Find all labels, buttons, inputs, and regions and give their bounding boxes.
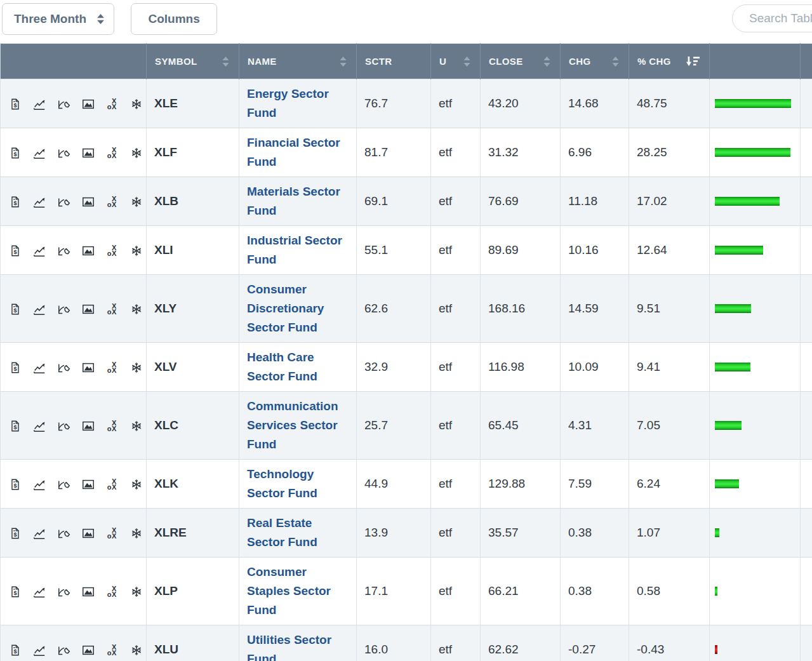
seasonality-chart-icon[interactable] xyxy=(130,302,143,316)
symbol-summary-icon[interactable]: $ xyxy=(8,361,22,375)
column-header-close[interactable]: CLOSE xyxy=(481,44,561,79)
interactive-chart-icon[interactable] xyxy=(57,419,71,433)
seasonality-chart-icon[interactable] xyxy=(130,643,143,657)
svg-text:$: $ xyxy=(13,102,17,109)
sort-toggle-icon[interactable] xyxy=(543,56,551,67)
point-figure-chart-icon[interactable]: X o X xyxy=(105,302,119,316)
seasonality-chart-icon[interactable] xyxy=(130,97,143,111)
search-input[interactable] xyxy=(732,4,812,32)
sharpchart-icon[interactable] xyxy=(32,526,46,540)
point-figure-chart-icon[interactable]: X o X xyxy=(105,419,119,433)
gallery-view-icon[interactable] xyxy=(81,244,95,258)
fund-name-link[interactable]: Energy Sector Fund xyxy=(247,87,329,119)
point-figure-chart-icon[interactable]: X o X xyxy=(105,526,119,540)
pct-chg-bar xyxy=(715,99,791,108)
pct-chg-bar-cell xyxy=(710,275,801,343)
fund-name-link[interactable]: Financial Sector Fund xyxy=(247,136,340,168)
symbol-summary-icon[interactable]: $ xyxy=(8,643,22,657)
fund-name-link[interactable]: Industrial Sector Fund xyxy=(247,234,342,266)
gallery-view-icon[interactable] xyxy=(81,643,95,657)
sort-desc-icon[interactable] xyxy=(686,56,700,67)
fund-name-link[interactable]: Consumer Staples Sector Fund xyxy=(247,565,331,617)
symbol-summary-icon[interactable]: $ xyxy=(8,195,22,209)
fund-name-link[interactable]: Materials Sector Fund xyxy=(247,185,340,217)
symbol-summary-icon[interactable]: $ xyxy=(8,146,22,160)
gallery-view-icon[interactable] xyxy=(81,526,95,540)
point-figure-chart-icon[interactable]: X o X xyxy=(105,585,119,599)
fund-name-link[interactable]: Real Estate Sector Fund xyxy=(247,516,317,549)
sort-toggle-icon[interactable] xyxy=(222,56,230,67)
gallery-view-icon[interactable] xyxy=(81,97,95,111)
seasonality-chart-icon[interactable] xyxy=(130,361,143,375)
sort-toggle-icon[interactable] xyxy=(339,56,347,67)
seasonality-chart-icon[interactable] xyxy=(130,244,143,258)
gallery-view-icon[interactable] xyxy=(81,195,95,209)
seasonality-chart-icon[interactable] xyxy=(130,477,143,491)
sharpchart-icon[interactable] xyxy=(32,477,46,491)
symbol-summary-icon[interactable]: $ xyxy=(8,302,22,316)
column-header-name[interactable]: NAME xyxy=(239,44,357,79)
interactive-chart-icon[interactable] xyxy=(57,643,71,657)
symbol-summary-icon[interactable]: $ xyxy=(8,585,22,599)
sharpchart-icon[interactable] xyxy=(32,97,46,111)
fund-name-link[interactable]: Technology Sector Fund xyxy=(247,467,317,500)
interactive-chart-icon[interactable] xyxy=(57,244,71,258)
sharpchart-icon[interactable] xyxy=(32,195,46,209)
symbol-summary-icon[interactable]: $ xyxy=(8,526,22,540)
u-cell: etf xyxy=(431,392,481,460)
point-figure-chart-icon[interactable]: X o X xyxy=(105,361,119,375)
point-figure-chart-icon[interactable]: X o X xyxy=(105,195,119,209)
fund-name-link[interactable]: Consumer Discretionary Sector Fund xyxy=(247,283,324,334)
symbol-summary-icon[interactable]: $ xyxy=(8,97,22,111)
sharpchart-icon[interactable] xyxy=(32,643,46,657)
seasonality-chart-icon[interactable] xyxy=(130,195,143,209)
point-figure-chart-icon[interactable]: X o X xyxy=(105,643,119,657)
seasonality-chart-icon[interactable] xyxy=(130,526,143,540)
point-figure-chart-icon[interactable]: X o X xyxy=(105,97,119,111)
fund-name-link[interactable]: Communication Services Sector Fund xyxy=(247,399,338,451)
u-cell: etf xyxy=(431,79,481,128)
column-header-symbol[interactable]: SYMBOL xyxy=(147,44,239,79)
gallery-view-icon[interactable] xyxy=(81,477,95,491)
sharpchart-icon[interactable] xyxy=(32,244,46,258)
point-figure-chart-icon[interactable]: X o X xyxy=(105,244,119,258)
interactive-chart-icon[interactable] xyxy=(57,361,71,375)
symbol-summary-icon[interactable]: $ xyxy=(8,419,22,433)
symbol-summary-icon[interactable]: $ xyxy=(8,477,22,491)
column-header-pct_chg[interactable]: % CHG xyxy=(629,44,710,79)
fund-name-link[interactable]: Utilities Sector Fund xyxy=(247,633,331,661)
interactive-chart-icon[interactable] xyxy=(57,195,71,209)
symbol-summary-icon[interactable]: $ xyxy=(8,244,22,258)
gallery-view-icon[interactable] xyxy=(81,419,95,433)
sharpchart-icon[interactable] xyxy=(32,302,46,316)
interactive-chart-icon[interactable] xyxy=(57,146,71,160)
interactive-chart-icon[interactable] xyxy=(57,477,71,491)
u-cell: etf xyxy=(431,226,481,275)
column-header-u[interactable]: U xyxy=(431,44,481,79)
sharpchart-icon[interactable] xyxy=(32,419,46,433)
interactive-chart-icon[interactable] xyxy=(57,302,71,316)
columns-button[interactable]: Columns xyxy=(131,3,216,35)
sharpchart-icon[interactable] xyxy=(32,585,46,599)
sharpchart-icon[interactable] xyxy=(32,146,46,160)
column-header-chg[interactable]: CHG xyxy=(561,44,629,79)
seasonality-chart-icon[interactable] xyxy=(130,585,143,599)
gallery-view-icon[interactable] xyxy=(81,302,95,316)
interactive-chart-icon[interactable] xyxy=(57,526,71,540)
gallery-view-icon[interactable] xyxy=(81,585,95,599)
sort-toggle-icon[interactable] xyxy=(463,56,471,67)
gallery-view-icon[interactable] xyxy=(81,361,95,375)
interactive-chart-icon[interactable] xyxy=(57,585,71,599)
interactive-chart-icon[interactable] xyxy=(57,97,71,111)
close-cell: 76.69 xyxy=(481,177,561,226)
period-select[interactable]: Three Month xyxy=(2,3,114,35)
sort-toggle-icon[interactable] xyxy=(611,56,620,67)
point-figure-chart-icon[interactable]: X o X xyxy=(105,477,119,491)
seasonality-chart-icon[interactable] xyxy=(130,419,143,433)
column-header-sctr[interactable]: SCTR xyxy=(357,44,431,79)
gallery-view-icon[interactable] xyxy=(81,146,95,160)
point-figure-chart-icon[interactable]: X o X xyxy=(105,146,119,160)
sharpchart-icon[interactable] xyxy=(32,361,46,375)
seasonality-chart-icon[interactable] xyxy=(130,146,143,160)
fund-name-link[interactable]: Health Care Sector Fund xyxy=(247,351,317,383)
